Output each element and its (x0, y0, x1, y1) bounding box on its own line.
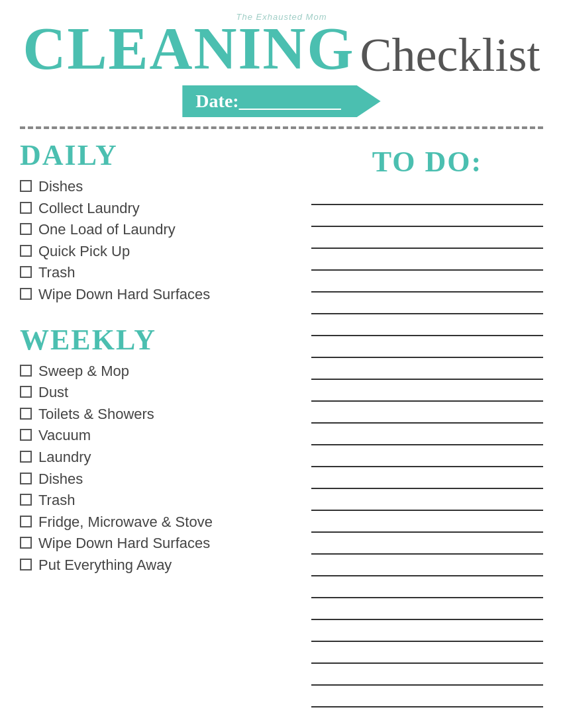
todo-line[interactable] (311, 427, 543, 445)
checklist-title: Checklist (360, 31, 540, 79)
checkbox-weekly-2[interactable] (20, 408, 32, 420)
todo-line[interactable] (311, 296, 543, 314)
item-label: Laundry (38, 448, 298, 467)
todo-lines (311, 187, 543, 711)
list-item: Dust (20, 383, 298, 402)
list-item: Collect Laundry (20, 199, 298, 218)
item-label: Collect Laundry (38, 199, 298, 218)
item-label: Toilets & Showers (38, 405, 298, 424)
todo-line[interactable] (311, 471, 543, 489)
checkbox-daily-2[interactable] (20, 223, 32, 235)
main-content: Daily Dishes Collect Laundry One Load of… (20, 136, 543, 711)
header-section: The Exhausted Mom Cleaning Checklist Dat… (20, 12, 543, 117)
todo-line[interactable] (311, 208, 543, 227)
todo-line[interactable] (311, 667, 543, 686)
todo-line[interactable] (311, 383, 543, 402)
todo-line[interactable] (311, 645, 543, 664)
todo-line[interactable] (311, 187, 543, 205)
item-label: Wipe Down Hard Surfaces (38, 285, 298, 304)
weekly-heading: Weekly (20, 323, 298, 357)
todo-line[interactable] (311, 449, 543, 467)
list-item: Fridge, Microwave & Stove (20, 513, 298, 532)
checkbox-weekly-4[interactable] (20, 451, 32, 463)
checkbox-weekly-9[interactable] (20, 559, 32, 570)
daily-heading: Daily (20, 138, 298, 172)
todo-line[interactable] (311, 492, 543, 511)
checkbox-weekly-8[interactable] (20, 537, 32, 549)
item-label: Quick Pick Up (38, 242, 298, 261)
date-banner: Date:___________ (182, 85, 380, 117)
todo-line[interactable] (311, 318, 543, 336)
weekly-section: Weekly Sweep & Mop Dust Toilets & Shower… (20, 323, 298, 575)
todo-line[interactable] (311, 580, 543, 598)
checkbox-daily-1[interactable] (20, 202, 32, 214)
item-label: Fridge, Microwave & Stove (38, 513, 298, 532)
item-label: One Load of Laundry (38, 220, 298, 240)
todo-line[interactable] (311, 602, 543, 620)
todo-line[interactable] (311, 361, 543, 380)
todo-line[interactable] (311, 558, 543, 576)
checkbox-weekly-6[interactable] (20, 494, 32, 506)
cleaning-title: Cleaning (23, 19, 354, 79)
item-label: Trash (38, 491, 298, 510)
todo-line[interactable] (311, 340, 543, 358)
todo-line[interactable] (311, 514, 543, 533)
todo-heading: To Do: (311, 145, 543, 179)
todo-line[interactable] (311, 689, 543, 707)
list-item: Trash (20, 491, 298, 510)
title-row: Cleaning Checklist (20, 19, 543, 79)
checkbox-weekly-5[interactable] (20, 473, 32, 484)
list-item: One Load of Laundry (20, 220, 298, 240)
list-item: Toilets & Showers (20, 405, 298, 424)
checkbox-weekly-0[interactable] (20, 365, 32, 377)
list-item: Laundry (20, 448, 298, 467)
list-item: Put Everything Away (20, 556, 298, 575)
list-item: Trash (20, 263, 298, 283)
todo-line[interactable] (311, 274, 543, 293)
list-item: Dishes (20, 177, 298, 197)
checkbox-daily-4[interactable] (20, 266, 32, 278)
item-label: Wipe Down Hard Surfaces (38, 534, 298, 553)
item-label: Dishes (38, 470, 298, 489)
item-label: Dust (38, 383, 298, 402)
item-label: Sweep & Mop (38, 362, 298, 381)
list-item: Dishes (20, 470, 298, 489)
checkbox-daily-0[interactable] (20, 180, 32, 192)
checkbox-weekly-1[interactable] (20, 386, 32, 398)
list-item: Quick Pick Up (20, 242, 298, 261)
item-label: Dishes (38, 177, 298, 197)
left-column: Daily Dishes Collect Laundry One Load of… (20, 136, 298, 711)
item-label: Vacuum (38, 426, 298, 445)
todo-line[interactable] (311, 623, 543, 642)
checkbox-daily-5[interactable] (20, 288, 32, 300)
dashed-divider (20, 126, 543, 129)
todo-line[interactable] (311, 230, 543, 249)
list-item: Sweep & Mop (20, 362, 298, 381)
todo-section: To Do: (311, 136, 543, 711)
checkbox-daily-3[interactable] (20, 245, 32, 257)
list-item: Wipe Down Hard Surfaces (20, 534, 298, 553)
todo-line[interactable] (311, 536, 543, 555)
list-item: Vacuum (20, 426, 298, 445)
item-label: Put Everything Away (38, 556, 298, 575)
todo-line[interactable] (311, 405, 543, 424)
item-label: Trash (38, 263, 298, 283)
checkbox-weekly-3[interactable] (20, 429, 32, 441)
todo-line[interactable] (311, 252, 543, 271)
daily-section: Daily Dishes Collect Laundry One Load of… (20, 138, 298, 304)
list-item: Wipe Down Hard Surfaces (20, 285, 298, 304)
checkbox-weekly-7[interactable] (20, 516, 32, 527)
page: The Exhausted Mom Cleaning Checklist Dat… (0, 0, 563, 728)
